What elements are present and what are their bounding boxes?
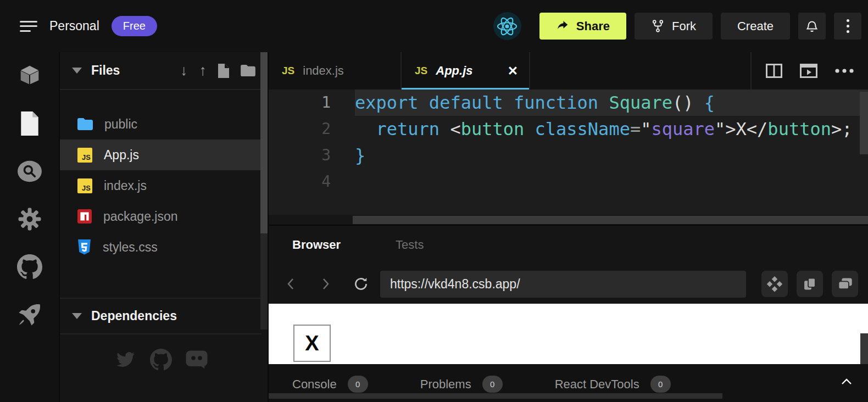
console-bar: Console0Problems0React DevTools0: [269, 364, 868, 402]
activity-bar: [0, 52, 59, 402]
code-area[interactable]: 1export default function Square() {2 ret…: [269, 90, 868, 215]
create-button[interactable]: Create: [721, 13, 790, 40]
file-list: publicJSApp.jsJSindex.jspackage.jsonstyl…: [60, 109, 261, 263]
console-scrollbar[interactable]: [269, 393, 722, 399]
deploy-rocket-icon[interactable]: [17, 302, 42, 327]
search-icon[interactable]: [17, 159, 42, 184]
file-row-index.js[interactable]: JSindex.js: [60, 170, 261, 201]
editor-tab-bar: JSindex.jsJSApp.js✕: [269, 52, 868, 90]
file-name: styles.css: [103, 240, 158, 255]
kebab-menu-icon: [847, 19, 849, 33]
windows-icon: [837, 276, 853, 292]
back-icon[interactable]: [285, 276, 296, 292]
browser-navigation-bar: [269, 264, 868, 304]
dependencies-header[interactable]: Dependencies: [60, 298, 261, 334]
line-number: 3: [269, 142, 331, 169]
copy-url-button[interactable]: [797, 271, 823, 297]
copy-icon: [802, 276, 817, 292]
close-icon[interactable]: ✕: [508, 64, 518, 79]
tab-tests[interactable]: Tests: [396, 238, 424, 252]
editor-tab-index.js[interactable]: JSindex.js: [269, 52, 402, 90]
fork-button[interactable]: Fork: [635, 13, 713, 40]
download-icon[interactable]: ↓: [180, 63, 188, 78]
console-item-label: Console: [292, 377, 337, 392]
file-row-App.js[interactable]: JSApp.js: [60, 139, 261, 170]
browser-preview: X: [269, 304, 868, 364]
tab-browser[interactable]: Browser: [292, 238, 341, 252]
tab-label: index.js: [303, 64, 344, 78]
notifications-button[interactable]: [798, 13, 826, 40]
top-header: Personal Free: [0, 0, 868, 52]
square-button[interactable]: X: [293, 325, 331, 362]
browser-panel: Browser Tests: [268, 225, 868, 402]
code-line-3[interactable]: 3}: [269, 142, 868, 169]
line-number: 4: [269, 169, 331, 195]
javascript-file-icon: JS: [77, 178, 92, 193]
code-line-1[interactable]: 1export default function Square() {: [269, 90, 868, 116]
url-input[interactable]: [380, 271, 746, 298]
files-panel: Files ↓ ↑ publicJSApp.jsJSindex.jspackag…: [59, 52, 268, 402]
bell-icon: [805, 19, 819, 34]
files-panel-title: Files: [91, 63, 120, 78]
split-view-icon[interactable]: [766, 64, 782, 78]
count-badge: 0: [650, 376, 671, 393]
file-name: public: [104, 117, 137, 132]
files-scrollbar[interactable]: [260, 52, 268, 330]
menu-icon[interactable]: [20, 21, 37, 32]
npm-file-icon: [77, 209, 92, 224]
code-editor: JSindex.jsJSApp.js✕: [268, 52, 868, 225]
share-button[interactable]: Share: [539, 13, 626, 40]
editor-vertical-scrollbar[interactable]: [860, 92, 868, 154]
open-in-new-window-button[interactable]: [832, 271, 858, 297]
refresh-icon[interactable]: [353, 276, 369, 292]
files-panel-header[interactable]: Files ↓ ↑: [60, 52, 268, 90]
forward-icon[interactable]: [320, 276, 331, 292]
files-icon[interactable]: [17, 111, 42, 136]
chevron-down-icon: [72, 68, 82, 74]
twitter-icon[interactable]: [114, 350, 137, 370]
count-badge: 0: [348, 376, 368, 393]
file-row-package.json[interactable]: package.json: [60, 201, 261, 232]
chevron-up-icon[interactable]: [841, 377, 853, 385]
workspace-name[interactable]: Personal: [49, 19, 99, 34]
tab-label: App.js: [436, 64, 472, 78]
discord-icon[interactable]: [185, 350, 208, 370]
code-text: return <button className="square">X</but…: [355, 116, 868, 142]
folder-icon: [77, 118, 93, 130]
ellipsis-icon[interactable]: [835, 69, 854, 73]
code-line-2[interactable]: 2 return <button className="square">X</b…: [269, 116, 868, 142]
code-line-4[interactable]: 4: [269, 169, 868, 195]
line-number: 2: [269, 116, 331, 142]
more-options-button[interactable]: [834, 13, 861, 40]
diamonds-icon: [766, 276, 783, 292]
github-icon[interactable]: [150, 349, 172, 371]
new-folder-icon[interactable]: [241, 65, 255, 76]
console-item-console[interactable]: Console0: [292, 376, 368, 393]
sandbox-cube-icon[interactable]: [17, 63, 42, 88]
preview-settings-button[interactable]: [761, 271, 788, 297]
editor-actions: [750, 52, 868, 90]
share-button-label: Share: [576, 19, 610, 34]
editor-tab-App.js[interactable]: JSApp.js✕: [402, 52, 530, 90]
file-name: package.json: [103, 209, 178, 224]
code-text: }: [355, 142, 868, 169]
file-name: index.js: [104, 178, 147, 193]
plan-badge: Free: [112, 16, 157, 36]
code-text: [355, 169, 868, 195]
upload-icon[interactable]: ↑: [199, 63, 207, 78]
preview-scrollbar[interactable]: [860, 333, 868, 364]
editor-horizontal-scrollbar[interactable]: [269, 215, 868, 225]
social-links: [60, 349, 261, 371]
console-item-problems[interactable]: Problems0: [420, 376, 503, 393]
preview-window-icon[interactable]: [800, 64, 817, 78]
code-text: export default function Square() {: [355, 90, 868, 116]
console-item-react-devtools[interactable]: React DevTools0: [555, 376, 671, 393]
javascript-icon: JS: [282, 65, 294, 77]
github-icon[interactable]: [17, 254, 42, 280]
file-row-public[interactable]: public: [60, 109, 261, 139]
share-arrow-icon: [556, 20, 569, 33]
create-button-label: Create: [737, 19, 774, 34]
new-file-icon[interactable]: [218, 64, 229, 78]
settings-gear-icon[interactable]: [17, 206, 42, 232]
file-row-styles.css[interactable]: styles.css: [60, 232, 261, 263]
